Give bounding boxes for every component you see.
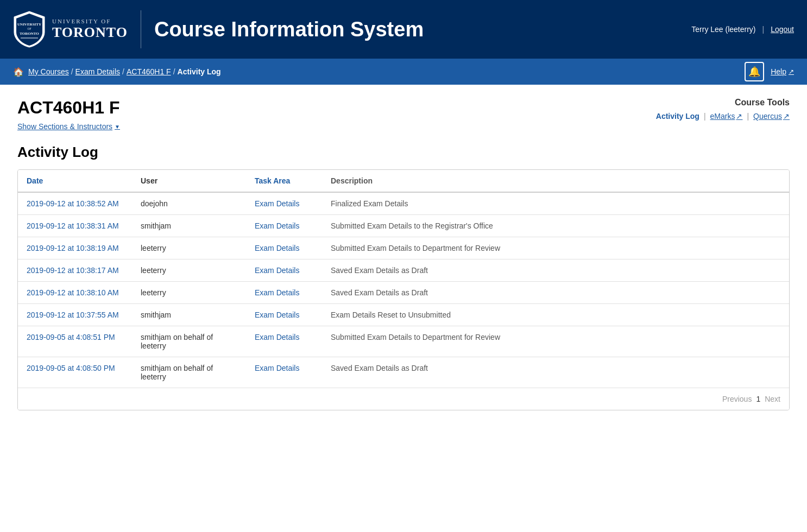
site-title: Course Information System <box>154 18 691 41</box>
cell-user-1: smithjam <box>132 215 246 237</box>
tool-divider-2: | <box>747 112 749 121</box>
activity-log-section-title: Activity Log <box>17 144 790 161</box>
breadcrumb-separator-3: / <box>173 67 175 76</box>
university-logo: UNIVERSITY OF TORONTO UNIVERSITY OF TORO… <box>13 10 141 48</box>
site-header: UNIVERSITY OF TORONTO UNIVERSITY OF TORO… <box>0 0 807 59</box>
svg-text:TORONTO: TORONTO <box>20 31 39 36</box>
table-row: 2019-09-05 at 4:08:50 PMsmithjam on beha… <box>18 357 789 388</box>
course-tools-links: Activity Log | eMarks ↗ | Quercus ↗ <box>638 112 790 121</box>
table-row: 2019-09-12 at 10:38:31 AMsmithjamExam De… <box>18 215 789 237</box>
svg-text:UNIVERSITY: UNIVERSITY <box>17 22 41 27</box>
activity-log-tool-link[interactable]: Activity Log <box>656 112 699 121</box>
cell-description-4: Saved Exam Details as Draft <box>322 282 789 304</box>
cell-description-7: Saved Exam Details as Draft <box>322 357 789 388</box>
cell-user-6: smithjam on behalf of leeterry <box>132 326 246 357</box>
cell-task-area-2: Exam Details <box>246 237 322 259</box>
course-tools-title: Course Tools <box>638 98 790 107</box>
help-label: Help <box>771 67 786 76</box>
cell-date-7: 2019-09-05 at 4:08:50 PM <box>18 357 132 388</box>
help-external-icon: ↗ <box>789 68 794 75</box>
emarks-tool-link[interactable]: eMarks ↗ <box>710 112 743 121</box>
breadcrumb-separator-1: / <box>71 67 73 76</box>
pagination-row: Previous 1 Next <box>18 388 789 410</box>
col-header-description: Description <box>322 170 789 192</box>
cell-user-5: smithjam <box>132 304 246 326</box>
cell-date-2: 2019-09-12 at 10:38:19 AM <box>18 237 132 259</box>
col-header-date: Date <box>18 170 132 192</box>
breadcrumb-exam-details[interactable]: Exam Details <box>75 67 120 76</box>
svg-rect-3 <box>21 37 38 39</box>
table-row: 2019-09-12 at 10:37:55 AMsmithjamExam De… <box>18 304 789 326</box>
svg-text:OF: OF <box>27 27 31 30</box>
user-area: Terry Lee (leeterry) | Logout <box>691 25 794 34</box>
quercus-external-icon: ↗ <box>783 112 790 121</box>
next-button[interactable]: Next <box>765 395 780 403</box>
cell-task-area-0: Exam Details <box>246 192 322 215</box>
navigation-bar: 🏠 My Courses / Exam Details / ACT460H1 F… <box>0 59 807 85</box>
cell-description-5: Exam Details Reset to Unsubmitted <box>322 304 789 326</box>
username-label: Terry Lee (leeterry) <box>691 25 755 34</box>
table-row: 2019-09-05 at 4:08:51 PMsmithjam on beha… <box>18 326 789 357</box>
cell-date-1: 2019-09-12 at 10:38:31 AM <box>18 215 132 237</box>
breadcrumb-separator-2: / <box>122 67 124 76</box>
table-body: 2019-09-12 at 10:38:52 AMdoejohnExam Det… <box>18 192 789 388</box>
cell-task-area-4: Exam Details <box>246 282 322 304</box>
cell-user-3: leeterry <box>132 259 246 282</box>
cell-task-area-6: Exam Details <box>246 326 322 357</box>
cell-user-0: doejohn <box>132 192 246 215</box>
cell-date-0: 2019-09-12 at 10:38:52 AM <box>18 192 132 215</box>
col-header-user: User <box>132 170 246 192</box>
breadcrumb-course-code[interactable]: ACT460H1 F <box>127 67 171 76</box>
tool-divider-1: | <box>704 112 706 121</box>
uoft-shield-icon: UNIVERSITY OF TORONTO <box>13 10 46 48</box>
main-content: ACT460H1 F Show Sections & Instructors ▼… <box>0 85 807 423</box>
cell-date-3: 2019-09-12 at 10:38:17 AM <box>18 259 132 282</box>
cell-user-7: smithjam on behalf of leeterry <box>132 357 246 388</box>
cell-description-2: Submitted Exam Details to Department for… <box>322 237 789 259</box>
page-number: 1 <box>756 395 760 403</box>
emarks-external-icon: ↗ <box>736 112 742 121</box>
quercus-tool-link[interactable]: Quercus ↗ <box>753 112 790 121</box>
cell-date-5: 2019-09-12 at 10:37:55 AM <box>18 304 132 326</box>
cell-description-6: Submitted Exam Details to Department for… <box>322 326 789 357</box>
course-header: ACT460H1 F Show Sections & Instructors ▼… <box>17 98 790 131</box>
notifications-button[interactable]: 🔔 <box>745 62 764 81</box>
table-row: 2019-09-12 at 10:38:17 AMleeterryExam De… <box>18 259 789 282</box>
course-title: ACT460H1 F <box>17 98 120 118</box>
help-link[interactable]: Help ↗ <box>771 67 794 76</box>
activity-log-table: Date User Task Area Description 2019-09-… <box>18 170 789 388</box>
cell-user-2: leeterry <box>132 237 246 259</box>
breadcrumb-current: Activity Log <box>178 67 221 76</box>
logout-link[interactable]: Logout <box>771 25 794 34</box>
show-sections-label: Show Sections & Instructors <box>17 122 112 131</box>
cell-user-4: leeterry <box>132 282 246 304</box>
cell-date-4: 2019-09-12 at 10:38:10 AM <box>18 282 132 304</box>
previous-button: Previous <box>722 395 752 403</box>
cell-date-6: 2019-09-05 at 4:08:51 PM <box>18 326 132 357</box>
table-row: 2019-09-12 at 10:38:19 AMleeterryExam De… <box>18 237 789 259</box>
cell-task-area-3: Exam Details <box>246 259 322 282</box>
breadcrumb-my-courses[interactable]: My Courses <box>28 67 69 76</box>
col-header-task-area: Task Area <box>246 170 322 192</box>
activity-log-table-container: Date User Task Area Description 2019-09-… <box>17 169 790 410</box>
table-row: 2019-09-12 at 10:38:52 AMdoejohnExam Det… <box>18 192 789 215</box>
show-sections-button[interactable]: Show Sections & Instructors ▼ <box>17 122 120 131</box>
table-header-row: Date User Task Area Description <box>18 170 789 192</box>
cell-description-3: Saved Exam Details as Draft <box>322 259 789 282</box>
breadcrumb: 🏠 My Courses / Exam Details / ACT460H1 F… <box>13 67 221 77</box>
home-icon[interactable]: 🏠 <box>13 67 24 77</box>
show-sections-arrow-icon: ▼ <box>115 124 120 130</box>
course-tools-panel: Course Tools Activity Log | eMarks ↗ | Q… <box>638 98 790 121</box>
table-row: 2019-09-12 at 10:38:10 AMleeterryExam De… <box>18 282 789 304</box>
cell-task-area-7: Exam Details <box>246 357 322 388</box>
header-divider: | <box>762 25 765 34</box>
course-info-left: ACT460H1 F Show Sections & Instructors ▼ <box>17 98 120 131</box>
cell-task-area-1: Exam Details <box>246 215 322 237</box>
cell-task-area-5: Exam Details <box>246 304 322 326</box>
nav-right-area: 🔔 Help ↗ <box>745 62 794 81</box>
cell-description-1: Submitted Exam Details to the Registrar'… <box>322 215 789 237</box>
cell-description-0: Finalized Exam Details <box>322 192 789 215</box>
